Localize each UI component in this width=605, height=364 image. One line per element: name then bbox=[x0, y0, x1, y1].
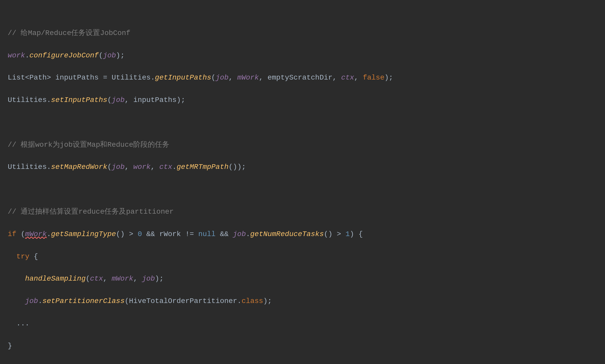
line-4: Utilities.setInputPaths(job, inputPaths)… bbox=[8, 94, 597, 106]
line-7: Utilities.setMapRedWork(job, work, ctx.g… bbox=[8, 161, 597, 172]
line-1: // 给Map/Reduce任务设置JobConf bbox=[8, 28, 597, 39]
line-13: job.setPartitionerClass(HiveTotalOrderPa… bbox=[8, 296, 597, 307]
line-16 bbox=[8, 363, 597, 364]
line-11: try { bbox=[8, 251, 597, 262]
code-editor: // 给Map/Reduce任务设置JobConf work.configure… bbox=[8, 5, 597, 364]
line-10: if (mWork.getSamplingType() > 0 && rWork… bbox=[8, 229, 597, 240]
line-15: } bbox=[8, 340, 597, 351]
line-3: List<Path> inputPaths = Utilities.getInp… bbox=[8, 72, 597, 83]
line-6: // 根据work为job设置Map和Reduce阶段的任务 bbox=[8, 139, 597, 150]
line-2: work.configureJobConf(job); bbox=[8, 50, 597, 61]
line-8 bbox=[8, 184, 597, 195]
line-5 bbox=[8, 117, 597, 128]
line-9: // 通过抽样估算设置reduce任务及partitioner bbox=[8, 206, 597, 217]
line-14: ... bbox=[8, 318, 597, 329]
line-12: handleSampling(ctx, mWork, job); bbox=[8, 273, 597, 284]
